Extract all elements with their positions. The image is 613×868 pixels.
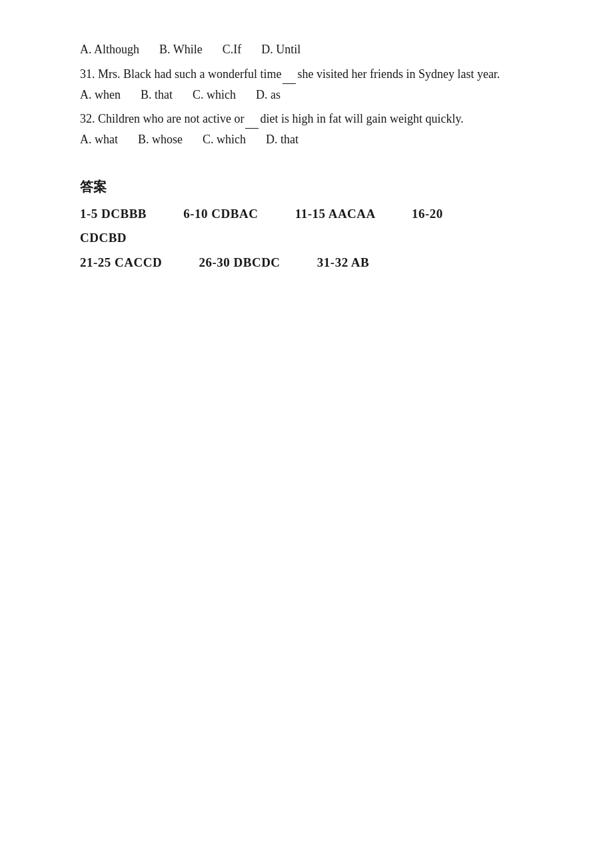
question-32: 32. Children who are not active ordiet i… bbox=[80, 109, 533, 149]
answer-1-5: 1-5 DCBBB bbox=[80, 207, 147, 221]
question-32-text: 32. Children who are not active ordiet i… bbox=[80, 109, 533, 129]
option-31-b: B. that bbox=[141, 85, 173, 105]
option-30-b: B. While bbox=[159, 40, 203, 59]
question-32-blank bbox=[245, 128, 259, 129]
option-30-d: D. Until bbox=[261, 40, 301, 59]
answer-row-1b: CDCBD bbox=[80, 228, 533, 248]
answer-11-15: 11-15 AACAA bbox=[295, 207, 375, 221]
option-32-a: A. what bbox=[80, 130, 118, 149]
options-line-30: A. Although B. While C.If D. Until bbox=[80, 40, 533, 59]
option-30-c: C.If bbox=[223, 40, 242, 59]
question-30-options: A. Although B. While C.If D. Until bbox=[80, 40, 533, 59]
question-31-text: 31. Mrs. Black had such a wonderful time… bbox=[80, 65, 533, 84]
option-30-a: A. Although bbox=[80, 40, 139, 59]
question-31-text-before: 31. Mrs. Black had such a wonderful time bbox=[80, 67, 281, 81]
question-31-text-after: she visited her friends in Sydney last y… bbox=[297, 67, 500, 81]
answer-row-2: 21-25 CACCD 26-30 DBCDC 31-32 AB bbox=[80, 253, 533, 273]
question-31-blank bbox=[283, 83, 296, 84]
option-31-c: C. which bbox=[193, 85, 236, 105]
answer-cdcbd: CDCBD bbox=[80, 231, 127, 245]
option-32-c: C. which bbox=[203, 130, 246, 149]
option-32-d: D. that bbox=[266, 130, 299, 149]
options-line-31: A. when B. that C. which D. as bbox=[80, 85, 533, 105]
option-31-d: D. as bbox=[256, 85, 281, 105]
answer-row-1: 1-5 DCBBB 6-10 CDBAC 11-15 AACAA 16-20 bbox=[80, 204, 533, 224]
question-32-text-after: diet is high in fat will gain weight qui… bbox=[260, 112, 463, 125]
answer-16-20: 16-20 bbox=[412, 207, 443, 221]
answer-6-10: 6-10 CDBAC bbox=[183, 207, 258, 221]
answer-26-30: 26-30 DBCDC bbox=[199, 255, 280, 269]
answer-21-25: 21-25 CACCD bbox=[80, 255, 162, 269]
answer-title: 答案 bbox=[80, 176, 533, 197]
answer-31-32: 31-32 AB bbox=[317, 255, 369, 269]
question-31: 31. Mrs. Black had such a wonderful time… bbox=[80, 65, 533, 105]
answer-section: 答案 1-5 DCBBB 6-10 CDBAC 11-15 AACAA 16-2… bbox=[80, 176, 533, 273]
option-32-b: B. whose bbox=[138, 130, 183, 149]
option-31-a: A. when bbox=[80, 85, 121, 105]
question-32-text-before: 32. Children who are not active or bbox=[80, 112, 244, 125]
options-line-32: A. what B. whose C. which D. that bbox=[80, 130, 533, 149]
